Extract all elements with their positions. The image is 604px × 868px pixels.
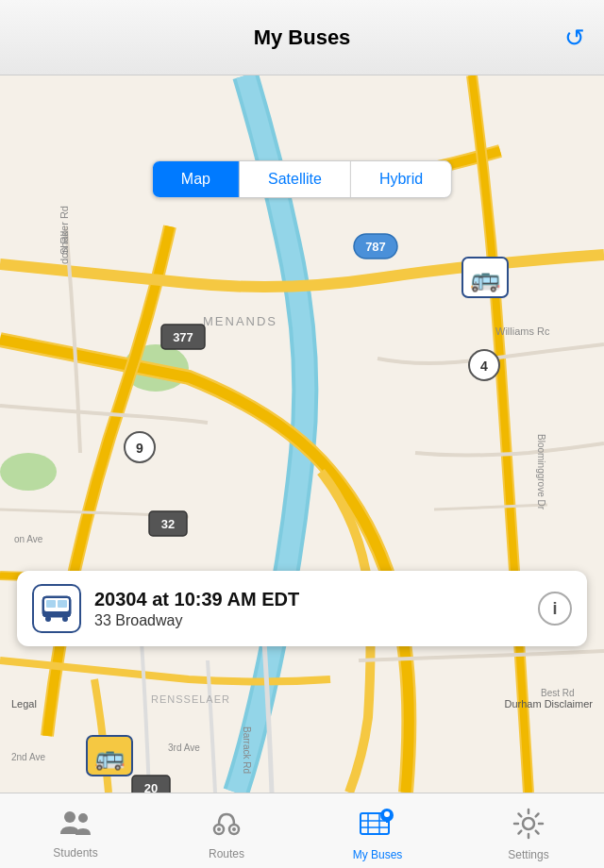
svg-text:MENANDS: MENANDS — [203, 314, 277, 328]
tab-my-buses-label: My Buses — [353, 848, 403, 861]
tab-routes-label: Routes — [209, 847, 244, 860]
my-buses-icon — [359, 808, 396, 844]
bus-popup-location: 33 Broadway — [94, 612, 538, 629]
svg-text:on Ave: on Ave — [14, 534, 43, 544]
map-disclaimer-text: Durham Disclaimer — [504, 698, 593, 709]
settings-icon — [512, 808, 545, 844]
bus-popup-info-button[interactable]: i — [538, 592, 572, 626]
tab-settings[interactable]: Settings — [453, 793, 604, 868]
svg-text:9: 9 — [136, 441, 143, 456]
page-title: My Buses — [254, 25, 351, 50]
map-type-satellite-button[interactable]: Satellite — [240, 161, 351, 197]
svg-text:2nd Ave: 2nd Ave — [11, 752, 45, 762]
map-type-hybrid-button[interactable]: Hybrid — [351, 161, 451, 197]
svg-text:RENSSELAER: RENSSELAER — [151, 693, 230, 705]
svg-text:Williams Rc: Williams Rc — [495, 326, 550, 337]
tab-settings-label: Settings — [508, 848, 548, 861]
svg-point-49 — [523, 818, 534, 829]
svg-text:Best Rd: Best Rd — [541, 688, 575, 698]
bus-info-popup[interactable]: 20304 at 10:39 AM EDT 33 Broadway i — [17, 571, 587, 646]
tab-routes[interactable]: Routes — [151, 793, 302, 868]
students-icon — [59, 810, 92, 843]
refresh-button[interactable]: ↺ — [564, 23, 585, 52]
map-type-controls: Map Satellite Hybrid — [152, 160, 452, 198]
map-type-map-button[interactable]: Map — [153, 161, 240, 197]
svg-text:32: 32 — [161, 517, 175, 531]
svg-rect-39 — [58, 600, 67, 608]
map-legal-text: Legal — [11, 698, 37, 709]
svg-point-36 — [45, 616, 51, 622]
svg-point-45 — [232, 827, 236, 831]
svg-text:20: 20 — [144, 781, 158, 793]
svg-text:4: 4 — [480, 359, 488, 374]
svg-text:Shaker Rd: Shaker Rd — [59, 206, 70, 255]
svg-point-40 — [64, 811, 76, 823]
tab-my-buses[interactable]: My Buses — [302, 793, 453, 868]
svg-point-41 — [78, 813, 88, 823]
svg-text:Bloominggrove Dr: Bloominggrove Dr — [536, 434, 546, 510]
svg-text:🚌: 🚌 — [470, 263, 501, 293]
map-area[interactable]: don Rd Shaker Rd MENANDS Williams Rc Blo… — [0, 75, 604, 793]
tab-students[interactable]: Students — [0, 793, 151, 868]
bus-popup-icon — [32, 584, 81, 633]
routes-icon — [210, 809, 243, 843]
svg-text:🚌: 🚌 — [94, 742, 126, 772]
svg-rect-38 — [46, 600, 56, 608]
tab-students-label: Students — [53, 846, 97, 860]
svg-text:377: 377 — [173, 330, 193, 344]
header: My Buses ↺ — [0, 0, 604, 75]
svg-text:3rd Ave: 3rd Ave — [168, 743, 200, 753]
svg-point-3 — [0, 453, 57, 491]
svg-point-37 — [62, 616, 68, 622]
bus-popup-title: 20304 at 10:39 AM EDT — [94, 589, 538, 610]
svg-text:Barrack Rd: Barrack Rd — [242, 726, 252, 774]
svg-text:787: 787 — [365, 240, 386, 254]
svg-point-43 — [217, 827, 221, 831]
bus-popup-details: 20304 at 10:39 AM EDT 33 Broadway — [94, 589, 538, 629]
tab-bar: Students Routes — [0, 793, 604, 868]
svg-point-48 — [384, 811, 390, 817]
